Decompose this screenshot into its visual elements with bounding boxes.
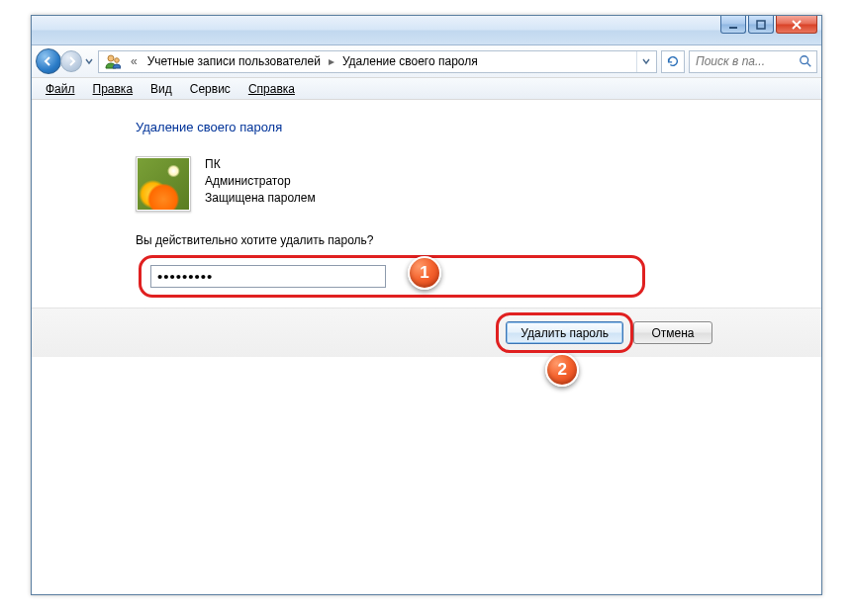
user-info-block: ПК Администратор Защищена паролем [136,156,821,212]
cancel-button[interactable]: Отмена [633,321,712,344]
delete-button-wrap: Удалить пароль 2 [506,321,623,344]
flower-icon [138,158,189,210]
refresh-icon [666,54,680,68]
menu-tools[interactable]: Сервис [182,81,238,97]
nav-arrows [36,48,96,74]
breadcrumb-seg-1[interactable]: Учетные записи пользователей [143,54,325,68]
breadcrumb-dropdown[interactable] [636,51,654,72]
svg-point-3 [115,58,120,63]
back-arrow-icon [43,55,54,67]
user-role: Администратор [205,173,316,190]
content-area: Удаление своего пароля ПК Администратор … [32,100,821,594]
menu-file[interactable]: Файл [38,81,83,97]
delete-password-button[interactable]: Удалить пароль [506,321,623,344]
empty-area [32,357,821,515]
page-title: Удаление своего пароля [136,120,821,134]
back-button[interactable] [36,48,61,74]
breadcrumb-root[interactable]: « [125,51,143,72]
svg-rect-1 [757,21,765,29]
navigation-bar: « Учетные записи пользователей ▸ Удалени… [32,45,821,78]
minimize-icon [728,20,738,30]
search-box[interactable] [689,50,817,73]
forward-button[interactable] [60,50,82,72]
breadcrumb-seg-2[interactable]: Удаление своего пароля [338,54,482,68]
close-icon [792,20,802,30]
menu-bar: Файл Правка Вид Сервис Справка [32,78,821,100]
annotation-callout-1: 1 [408,256,441,290]
user-name: ПК [205,156,316,173]
close-button[interactable] [776,16,817,34]
chevron-down-icon [85,57,93,65]
maximize-icon [756,20,766,30]
window-controls [720,16,817,34]
titlebar[interactable] [32,16,821,45]
svg-point-4 [801,56,808,64]
search-input[interactable] [694,53,783,69]
user-accounts-icon [104,52,122,70]
minimize-button[interactable] [720,16,746,34]
search-icon [799,54,812,68]
password-field-wrap: 1 [150,265,821,288]
confirm-question: Вы действительно хотите удалить пароль? [136,233,821,247]
refresh-button[interactable] [661,50,685,73]
breadcrumb-separator-icon[interactable]: ▸ [325,54,338,68]
user-protection-status: Защищена паролем [205,190,316,207]
menu-edit[interactable]: Правка [85,81,142,97]
maximize-button[interactable] [748,16,774,34]
svg-rect-0 [729,27,737,29]
action-bar: Удалить пароль 2 Отмена [32,308,821,357]
menu-view[interactable]: Вид [142,81,180,97]
chevron-down-icon [642,57,650,65]
current-password-input[interactable] [150,265,386,288]
menu-help[interactable]: Справка [240,81,303,97]
forward-arrow-icon [65,55,77,67]
window-frame: « Учетные записи пользователей ▸ Удалени… [31,15,822,595]
breadcrumb[interactable]: « Учетные записи пользователей ▸ Удалени… [98,50,657,73]
user-avatar [136,156,191,212]
svg-point-2 [108,55,114,61]
nav-history-dropdown[interactable] [82,51,96,71]
